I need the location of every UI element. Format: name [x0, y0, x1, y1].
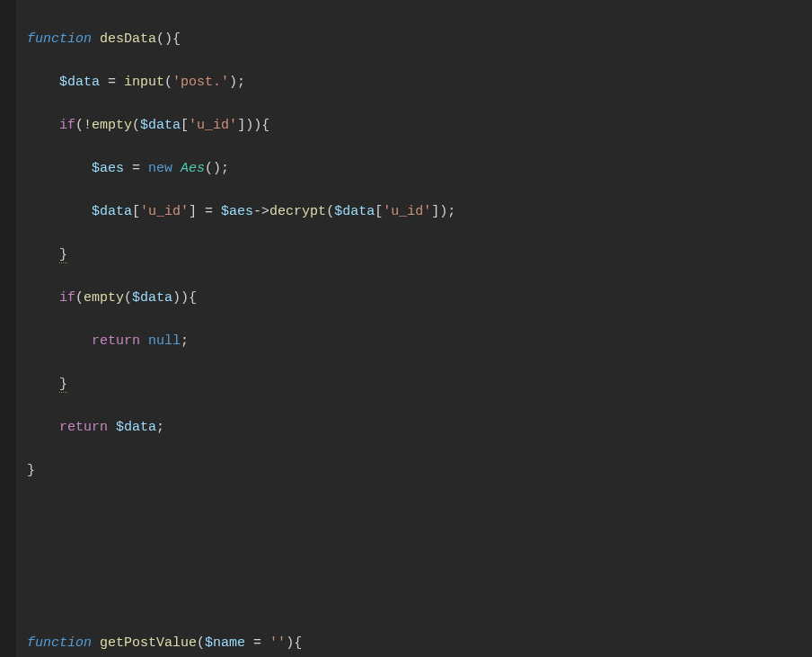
code-line: return $data;	[27, 417, 812, 439]
code-line: $data['u_id'] = $aes->decrypt($data['u_i…	[27, 201, 812, 223]
code-line: function getPostValue($name = ''){	[27, 633, 812, 654]
code-line: }	[27, 244, 812, 266]
code-line: return null;	[27, 331, 812, 352]
code-line: $data = input('post.');	[27, 72, 812, 93]
code-line: }	[27, 374, 812, 395]
code-line: function desData(){	[27, 29, 812, 50]
code-editor[interactable]: function desData(){ $data = input('post.…	[0, 0, 812, 657]
code-line	[27, 546, 812, 568]
code-line: if(!empty($data['u_id'])){	[27, 115, 812, 137]
code-line: }	[27, 460, 812, 482]
code-line: if(empty($data)){	[27, 288, 812, 309]
editor-gutter	[0, 0, 16, 657]
code-line	[27, 590, 812, 611]
code-line: $aes = new Aes();	[27, 158, 812, 180]
code-area[interactable]: function desData(){ $data = input('post.…	[16, 0, 812, 657]
code-line	[27, 503, 812, 525]
